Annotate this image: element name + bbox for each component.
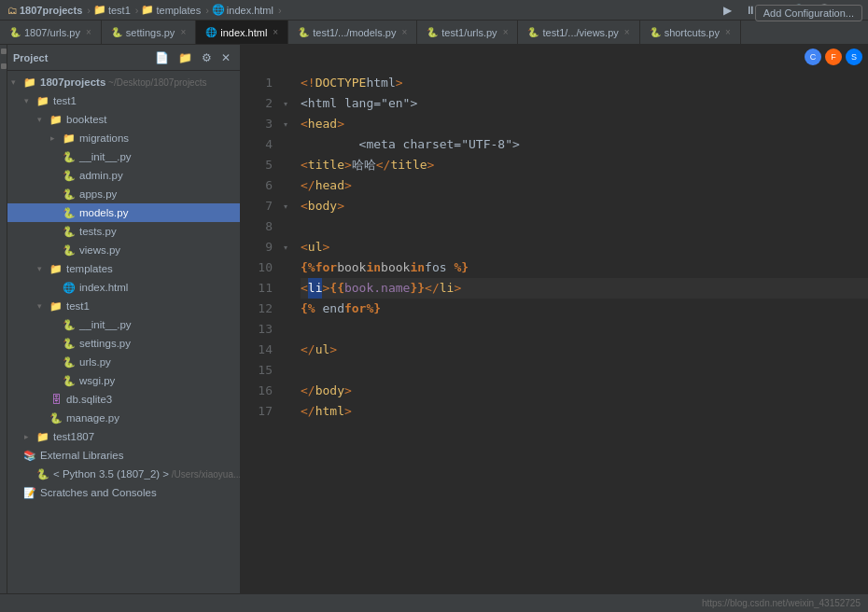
title-path3: index.html xyxy=(227,5,273,16)
tree-label-15: urls.py xyxy=(79,356,236,368)
tree-file-icon-11: 🌐 xyxy=(62,281,77,294)
fold-marker-2[interactable]: ▾ xyxy=(278,93,293,114)
tab-6[interactable]: 🐍shortcuts.py× xyxy=(640,21,741,44)
code-line-5: <title>哈哈</title> xyxy=(301,155,868,175)
tree-label-7: models.py xyxy=(79,207,236,218)
fold-marker-17 xyxy=(278,401,293,422)
tab-3[interactable]: 🐍test1/.../models.py× xyxy=(288,21,417,44)
tree-file-icon-8: 🐍 xyxy=(62,225,77,238)
fold-marker-10 xyxy=(278,257,293,278)
tree-file-icon-0: 📁 xyxy=(22,76,37,89)
tree-item-2[interactable]: ▾📁booktest xyxy=(7,110,240,129)
main-area: Project 📄 📁 ⚙ ✕ ▾📁1807projects ~/Desktop… xyxy=(0,45,868,593)
tab-close-5[interactable]: × xyxy=(624,27,630,37)
code-content[interactable]: <!DOCTYPE html><html lang="en"> <head> <… xyxy=(293,73,868,593)
fold-marker-12 xyxy=(278,299,293,319)
tree-item-6[interactable]: 🐍apps.py xyxy=(7,185,240,203)
tree-item-8[interactable]: 🐍tests.py xyxy=(7,222,240,241)
tab-close-6[interactable]: × xyxy=(725,27,731,37)
code-line-4: <meta charset="UTF-8"> xyxy=(301,134,868,155)
line-number-17: 17 xyxy=(248,401,273,422)
tab-icon-6: 🐍 xyxy=(650,27,661,37)
tree-item-11[interactable]: 🌐index.html xyxy=(7,278,240,297)
tab-close-1[interactable]: × xyxy=(180,27,186,37)
tree-item-20[interactable]: 📚External Libraries xyxy=(7,446,240,465)
tree-item-1[interactable]: ▾📁test1 xyxy=(7,91,240,110)
tree-arrow-12[interactable]: ▾ xyxy=(37,301,49,311)
tab-close-4[interactable]: × xyxy=(503,27,509,37)
run-button[interactable]: ▶ xyxy=(719,1,736,20)
tree-label-18: manage.py xyxy=(66,412,236,424)
line-number-13: 13 xyxy=(248,319,273,340)
tree-arrow-1[interactable]: ▾ xyxy=(24,96,35,105)
tree-item-3[interactable]: ▸📁migrations xyxy=(7,129,240,147)
tree-label-1: test1 xyxy=(53,95,236,106)
tree-label-8: tests.py xyxy=(79,226,236,237)
tree-item-18[interactable]: 🐍manage.py xyxy=(7,409,240,427)
tab-2[interactable]: 🌐index.html× xyxy=(196,21,288,44)
safari-icon[interactable]: S xyxy=(846,49,862,65)
tree-item-12[interactable]: ▾📁test1 xyxy=(7,297,240,315)
line-number-2: 2 xyxy=(248,93,273,114)
tree-item-15[interactable]: 🐍urls.py xyxy=(7,353,240,371)
tree-item-22[interactable]: 📝Scratches and Consoles xyxy=(7,483,240,502)
code-line-12: {% endfor %} xyxy=(301,299,868,319)
tab-icon-2: 🌐 xyxy=(205,27,217,37)
fold-marker-6 xyxy=(278,175,293,196)
sidebar-settings-btn[interactable]: ⚙ xyxy=(198,49,216,66)
add-config-button[interactable]: Add Configuration... xyxy=(755,5,862,21)
tree-file-icon-22: 📝 xyxy=(22,486,37,499)
tree-item-0[interactable]: ▾📁1807projects ~/Desktop/1807projects xyxy=(7,73,240,91)
tree-item-19[interactable]: ▸📁test1807 xyxy=(7,427,240,446)
tab-0[interactable]: 🐍1807/urls.py× xyxy=(0,21,102,44)
fold-marker-8 xyxy=(278,216,293,237)
tab-1[interactable]: 🐍settings.py× xyxy=(102,21,196,44)
tree-item-9[interactable]: 🐍views.py xyxy=(7,241,240,259)
sidebar-new-file-btn[interactable]: 📄 xyxy=(151,49,173,66)
tab-5[interactable]: 🐍test1/.../views.py× xyxy=(518,21,639,44)
tab-4[interactable]: 🐍test1/urls.py× xyxy=(417,21,518,44)
tree-arrow-0[interactable]: ▾ xyxy=(11,77,22,87)
line-number-3: 3 xyxy=(248,114,273,134)
tree-arrow-10[interactable]: ▾ xyxy=(37,264,49,273)
tab-close-0[interactable]: × xyxy=(86,27,91,37)
line-number-11: 11 xyxy=(248,278,273,299)
tree-item-14[interactable]: 🐍settings.py xyxy=(7,334,240,353)
tree-file-icon-18: 🐍 xyxy=(49,411,63,424)
tree-item-4[interactable]: 🐍__init__.py xyxy=(7,147,240,166)
tree-file-icon-4: 🐍 xyxy=(62,150,77,163)
tree-item-16[interactable]: 🐍wsgi.py xyxy=(7,371,240,390)
tree-item-21[interactable]: 🐍< Python 3.5 (1807_2) > /Users/xiaoyua.… xyxy=(7,465,240,483)
tree-label-4: __init__.py xyxy=(79,151,236,162)
chrome-icon[interactable]: C xyxy=(805,49,821,65)
line-number-4: 4 xyxy=(248,134,273,155)
tree-item-17[interactable]: 🗄db.sqlite3 xyxy=(7,390,240,409)
tree-item-13[interactable]: 🐍__init__.py xyxy=(7,315,240,334)
fold-marker-11 xyxy=(278,278,293,299)
tab-close-2[interactable]: × xyxy=(273,27,278,37)
tab-label-3: test1/.../models.py xyxy=(313,27,396,38)
tree-file-icon-16: 🐍 xyxy=(62,374,77,387)
sidebar-close-btn[interactable]: ✕ xyxy=(217,49,234,66)
fold-marker-7[interactable]: ▾ xyxy=(278,196,293,216)
tab-close-3[interactable]: × xyxy=(401,27,407,37)
stripe-icon-1[interactable] xyxy=(1,49,7,54)
line-number-7: 7 xyxy=(248,196,273,216)
code-line-17: </html> xyxy=(301,401,868,422)
tree-arrow-3[interactable]: ▸ xyxy=(50,133,62,143)
code-editor[interactable]: 1234567891011121314151617 ▾▾▾▾ <!DOCTYPE… xyxy=(241,45,868,593)
stripe-icon-2[interactable] xyxy=(1,63,7,69)
firefox-icon[interactable]: F xyxy=(825,49,842,65)
fold-marker-3[interactable]: ▾ xyxy=(278,114,293,134)
code-line-6: </head> xyxy=(301,175,868,196)
tree-item-7[interactable]: 🐍models.py xyxy=(7,203,240,222)
code-line-15 xyxy=(301,360,868,381)
code-line-9: <ul> xyxy=(301,237,868,257)
tree-arrow-19[interactable]: ▸ xyxy=(24,432,35,441)
fold-marker-9[interactable]: ▾ xyxy=(278,237,293,257)
tree-item-5[interactable]: 🐍admin.py xyxy=(7,166,240,185)
tree-arrow-2[interactable]: ▾ xyxy=(37,115,49,124)
code-line-13 xyxy=(301,319,868,340)
tree-item-10[interactable]: ▾📁templates xyxy=(7,259,240,278)
sidebar-new-folder-btn[interactable]: 📁 xyxy=(175,49,196,66)
